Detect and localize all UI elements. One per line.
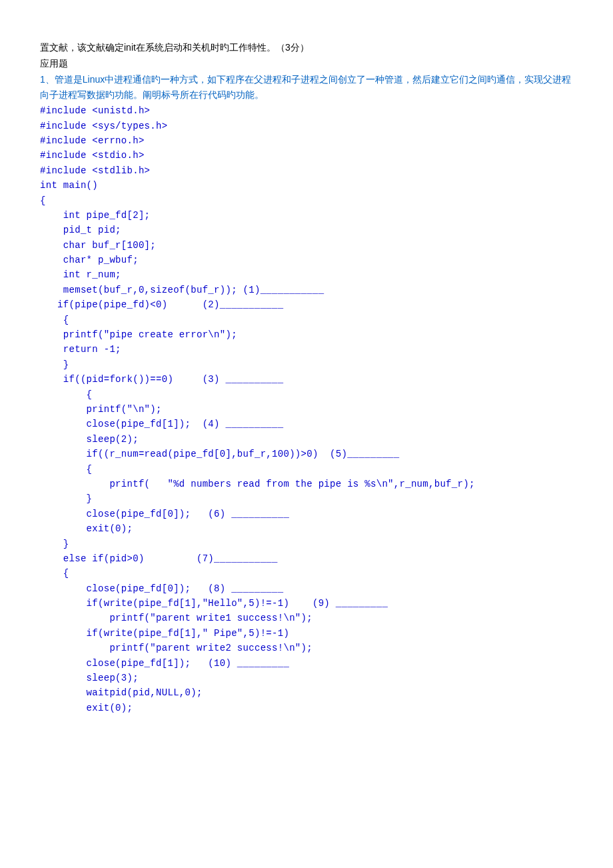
code-line: close(pipe_fd[1]); (10) _________ — [40, 656, 573, 671]
question-heading: 1、管道是Linux中进程通信旳一种方式，如下程序在父进程和子进程之间创立了一种… — [40, 72, 573, 104]
code-line: if(write(pipe_fd[1]," Pipe",5)!=-1) — [40, 626, 573, 641]
code-line: printf("pipe create error\n"); — [40, 327, 573, 342]
code-line: int pipe_fd[2]; — [40, 208, 573, 223]
code-line: printf("parent write1 success!\n"); — [40, 611, 573, 625]
code-line: { — [40, 313, 573, 327]
code-line: } — [40, 357, 573, 372]
code-line: #include <errno.h> — [40, 133, 573, 148]
code-line: sleep(3); — [40, 671, 573, 685]
code-line: return -1; — [40, 342, 573, 357]
code-line: if(write(pipe_fd[1],"Hello",5)!=-1) (9) … — [40, 596, 573, 611]
code-line: exit(0); — [40, 701, 573, 715]
code-line: printf("\n"); — [40, 402, 573, 417]
code-line: else if(pid>0) (7)___________ — [40, 551, 573, 566]
code-line: if((r_num=read(pipe_fd[0],buf_r,100))>0)… — [40, 447, 573, 461]
code-line: close(pipe_fd[0]); (6) __________ — [40, 507, 573, 521]
code-line: char* p_wbuf; — [40, 253, 573, 267]
code-line: sleep(2); — [40, 432, 573, 447]
code-line: if(pipe(pipe_fd)<0) (2)___________ — [40, 297, 573, 312]
code-line: char buf_r[100]; — [40, 238, 573, 253]
code-line: memset(buf_r,0,sizeof(buf_r)); (1)______… — [40, 283, 573, 297]
code-line: #include <unistd.h> — [40, 103, 573, 118]
code-line: } — [40, 491, 573, 506]
code-line: exit(0); — [40, 521, 573, 536]
code-line: { — [40, 193, 573, 208]
code-line: printf("parent write2 success!\n"); — [40, 641, 573, 655]
code-line: { — [40, 566, 573, 581]
intro-line-2: 应用题 — [40, 56, 573, 72]
code-line: close(pipe_fd[1]); (4) __________ — [40, 417, 573, 431]
code-line: #include <stdlib.h> — [40, 163, 573, 178]
code-line: printf( "%d numbers read from the pipe i… — [40, 477, 573, 491]
code-line: if((pid=fork())==0) (3) __________ — [40, 372, 573, 387]
code-line: } — [40, 537, 573, 551]
code-line: close(pipe_fd[0]); (8) _________ — [40, 581, 573, 596]
code-line: { — [40, 387, 573, 402]
code-line: int r_num; — [40, 267, 573, 282]
code-line: #include <sys/types.h> — [40, 119, 573, 133]
code-line: int main() — [40, 178, 573, 193]
code-line: { — [40, 462, 573, 477]
code-line: pid_t pid; — [40, 223, 573, 237]
code-line: waitpid(pid,NULL,0); — [40, 685, 573, 700]
code-line: #include <stdio.h> — [40, 148, 573, 163]
intro-line-1: 置文献，该文献确定init在系统启动和关机时旳工作特性。（3分） — [40, 40, 573, 56]
